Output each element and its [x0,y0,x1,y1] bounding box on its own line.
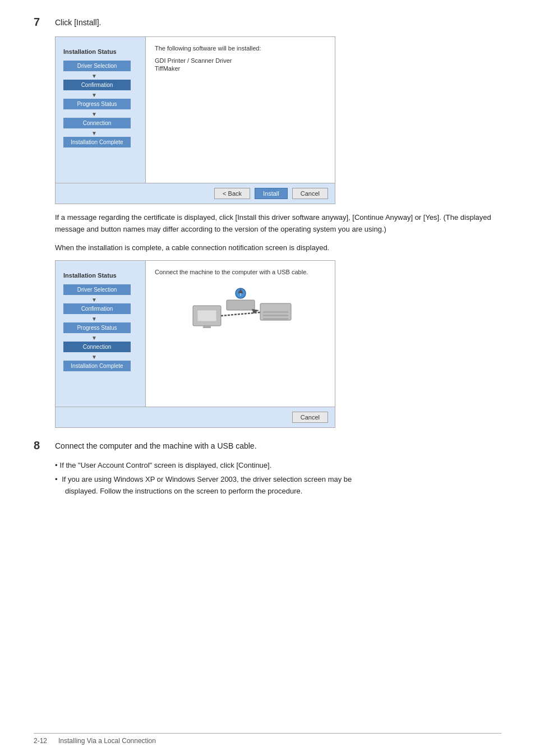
dialog-1-footer: < Back Install Cancel [56,183,335,204]
sidebar-arrow-5: ▼ [91,297,97,303]
step-8-text: Connect the computer and the machine wit… [55,440,257,452]
step-7-text: Click [Install]. [55,17,101,29]
cancel-button-1[interactable]: Cancel [292,188,328,199]
svg-rect-5 [227,300,255,310]
sidebar-arrow-3: ▼ [91,111,97,117]
svg-rect-2 [203,326,211,328]
svg-rect-9 [263,315,288,316]
step-8-bullet-2-sub: displayed. Follow the instructions on th… [73,486,501,497]
dialog-2-footer: Cancel [56,407,335,427]
sidebar-btn-installation-complete-2[interactable]: Installation Complete [63,361,131,371]
step-8-bullet-2: If you are using Windows XP or Windows S… [55,474,501,497]
dialog-2-sidebar-title: Installation Status [63,272,117,279]
step-8-bullets: If the "User Account Control" screen is … [55,460,501,497]
svg-rect-10 [263,318,288,320]
dialog-1-item-1: GDI Printer / Scanner Driver [155,57,326,64]
para-2: When the installation is complete, a cab… [55,242,501,254]
dialog-2-content-heading: Connect the machine to the computer with… [155,269,326,275]
usb-illustration: ! [155,283,326,334]
sidebar-btn-confirmation-2[interactable]: Confirmation [63,303,131,314]
para-1: If a message regarding the certificate i… [55,212,501,236]
sidebar-arrow-2: ▼ [91,92,97,98]
step-7-row: 7 Click [Install]. [34,17,501,29]
page-footer: 2-12 Installing Via a Local Connection [34,733,501,745]
svg-rect-1 [197,310,216,321]
step-8-number: 8 [34,439,50,452]
sidebar-arrow-4: ▼ [91,130,97,136]
sidebar-btn-connection-2[interactable]: Connection [63,342,131,352]
step-8-bullet-1: If the "User Account Control" screen is … [55,460,501,472]
sidebar-btn-driver-selection-1[interactable]: Driver Selection [63,61,131,71]
sidebar-btn-confirmation-1[interactable]: Confirmation [63,80,131,90]
footer-title: Installing Via a Local Connection [58,737,156,745]
sidebar-btn-driver-selection-2[interactable]: Driver Selection [63,284,131,295]
step-8-row: 8 Connect the computer and the machine w… [34,440,501,452]
sidebar-arrow-6: ▼ [91,316,97,322]
dialog-2-sidebar: Installation Status Driver Selection ▼ C… [56,261,145,407]
dialog-1-sidebar: Installation Status Driver Selection ▼ C… [56,37,145,183]
dialog-1-sidebar-title: Installation Status [63,48,117,55]
sidebar-arrow-7: ▼ [91,335,97,341]
sidebar-btn-progress-status-1[interactable]: Progress Status [63,99,131,109]
dialog-1-content-heading: The following software will be installed… [155,45,326,52]
cancel-button-2[interactable]: Cancel [292,412,328,423]
dialog-2-content: Connect the machine to the computer with… [145,261,335,407]
sidebar-btn-installation-complete-1[interactable]: Installation Complete [63,137,131,147]
dialog-2: Installation Status Driver Selection ▼ C… [55,260,335,428]
footer-page-number: 2-12 [34,737,47,745]
svg-rect-8 [263,311,288,313]
sidebar-arrow-1: ▼ [91,73,97,79]
step-7-number: 7 [34,16,50,29]
sidebar-btn-progress-status-2[interactable]: Progress Status [63,322,131,333]
install-button[interactable]: Install [255,188,288,199]
dialog-1-item-2: TiffMaker [155,65,326,72]
dialog-1-content: The following software will be installed… [145,37,335,183]
dialog-1: Installation Status Driver Selection ▼ C… [55,36,335,204]
sidebar-arrow-8: ▼ [91,354,97,360]
sidebar-btn-connection-1[interactable]: Connection [63,118,131,128]
back-button[interactable]: < Back [214,188,250,199]
